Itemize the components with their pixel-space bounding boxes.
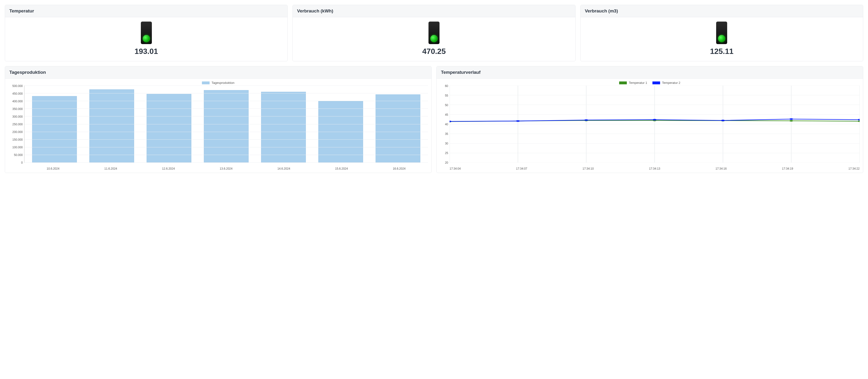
- kpi-card-verbrauch-kwh: Verbrauch (kWh) 470.25: [292, 5, 575, 61]
- chart-body: Temperatur 1Temperatur 2 605550454035302…: [437, 78, 863, 173]
- legend-label: Temperatur 1: [629, 81, 647, 85]
- bar-plot: [24, 86, 428, 163]
- legend-label: Tagesproduktion: [212, 81, 234, 85]
- line-x-axis: 17:34:0417:34:0717:34:1017:34:1317:34:16…: [450, 167, 860, 170]
- line-legend: Temperatur 1Temperatur 2: [440, 81, 860, 85]
- x-tick-label: 17:34:10: [583, 167, 594, 170]
- data-point: [516, 120, 520, 122]
- bar: [376, 94, 420, 162]
- data-point: [789, 120, 793, 122]
- bar: [32, 96, 76, 162]
- x-tick-label: 17:34:22: [848, 167, 860, 170]
- bar-chart-area: 500.000450.000400.000350.000300.000250.0…: [8, 86, 428, 167]
- chart-body: Tagesproduktion 500.000450.000400.000350…: [5, 78, 431, 173]
- bar: [89, 89, 134, 162]
- grid-line: [25, 132, 428, 132]
- legend-item: Tagesproduktion: [202, 81, 234, 85]
- legend-swatch-icon: [619, 82, 627, 84]
- grid-line: [25, 124, 428, 124]
- grid-line: [25, 108, 428, 109]
- x-tick-label: 17:34:04: [450, 167, 461, 170]
- line-y-axis: 605550454035302520: [440, 86, 450, 167]
- grid-line: [25, 86, 428, 86]
- x-tick-label: 12.6.2024: [140, 167, 197, 170]
- legend-swatch-icon: [652, 82, 660, 84]
- kpi-title: Verbrauch (kWh): [293, 5, 575, 17]
- grid-line: [25, 101, 428, 101]
- data-point: [789, 118, 793, 120]
- line-svg: [450, 86, 860, 163]
- bar-y-axis: 500.000450.000400.000350.000300.000250.0…: [8, 86, 24, 167]
- line-chart-area: 605550454035302520: [440, 86, 860, 167]
- x-tick-label: 16.6.2024: [370, 167, 428, 170]
- line-chart-card: Temperaturverlauf Temperatur 1Temperatur…: [436, 66, 863, 173]
- legend-swatch-icon: [202, 82, 210, 84]
- x-tick-label: 17:34:13: [649, 167, 660, 170]
- kpi-body: 470.25: [293, 17, 575, 61]
- x-tick-label: 15.6.2024: [313, 167, 370, 170]
- legend-label: Temperatur 2: [662, 81, 680, 85]
- kpi-body: 193.01: [5, 17, 287, 61]
- lamp-green-icon: [430, 35, 438, 42]
- chart-title: Temperaturverlauf: [437, 66, 863, 78]
- data-point: [653, 119, 656, 120]
- grid-line: [25, 155, 428, 155]
- grid-line: [25, 139, 428, 140]
- legend-item: Temperatur 1: [619, 81, 647, 85]
- x-tick-label: 13.6.2024: [197, 167, 255, 170]
- kpi-body: 125.11: [581, 17, 863, 61]
- grid-line: [25, 116, 428, 117]
- x-tick-label: 10.6.2024: [24, 167, 82, 170]
- kpi-value: 125.11: [710, 47, 734, 56]
- bar: [147, 94, 191, 162]
- chart-title: Tagesproduktion: [5, 66, 431, 78]
- kpi-value: 193.01: [134, 47, 158, 56]
- traffic-light-icon: [429, 22, 439, 44]
- grid-line: [25, 162, 428, 163]
- x-tick-label: 11.6.2024: [82, 167, 140, 170]
- legend-item: Temperatur 2: [652, 81, 680, 85]
- data-point: [584, 119, 588, 121]
- bar: [261, 92, 306, 162]
- data-point: [721, 120, 725, 121]
- data-point: [858, 121, 860, 122]
- kpi-title: Temperatur: [5, 5, 287, 17]
- kpi-value: 470.25: [422, 47, 446, 56]
- data-point: [858, 119, 860, 120]
- traffic-light-icon: [141, 22, 152, 44]
- kpi-card-verbrauch-m3: Verbrauch (m3) 125.11: [580, 5, 863, 61]
- line-plot: [450, 86, 860, 163]
- traffic-light-icon: [716, 22, 727, 44]
- x-tick-label: 17:34:19: [782, 167, 793, 170]
- kpi-card-temperatur: Temperatur 193.01: [5, 5, 288, 61]
- kpi-row: Temperatur 193.01 Verbrauch (kWh) 470.25…: [5, 5, 863, 61]
- x-tick-label: 17:34:16: [715, 167, 727, 170]
- charts-row: Tagesproduktion Tagesproduktion 500.0004…: [5, 66, 863, 173]
- lamp-green-icon: [143, 35, 150, 42]
- lamp-green-icon: [718, 35, 725, 42]
- bar-chart-card: Tagesproduktion Tagesproduktion 500.0004…: [5, 66, 432, 173]
- bar-legend: Tagesproduktion: [8, 81, 428, 85]
- x-tick-label: 17:34:07: [516, 167, 527, 170]
- x-tick-label: 14.6.2024: [255, 167, 313, 170]
- kpi-title: Verbrauch (m3): [581, 5, 863, 17]
- bar-x-axis: 10.6.202411.6.202412.6.202413.6.202414.6…: [24, 167, 428, 170]
